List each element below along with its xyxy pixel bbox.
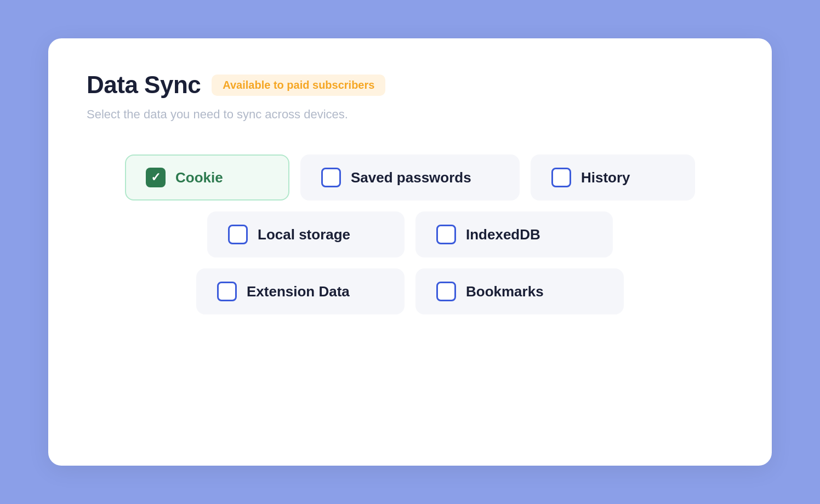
options-row-3: Extension Data Bookmarks xyxy=(87,268,733,314)
option-local-storage[interactable]: Local storage xyxy=(207,211,405,257)
checkbox-extension-data xyxy=(217,282,237,301)
option-cookie-label: Cookie xyxy=(175,169,223,186)
data-sync-card: Data Sync Available to paid subscribers … xyxy=(48,38,772,466)
options-row-1: ✓ Cookie Saved passwords History xyxy=(87,154,733,201)
option-extension-data-label: Extension Data xyxy=(247,283,350,300)
option-bookmarks[interactable]: Bookmarks xyxy=(415,268,624,314)
checkmark-icon: ✓ xyxy=(151,171,161,184)
checkbox-bookmarks xyxy=(436,282,456,301)
page-title: Data Sync xyxy=(87,71,201,99)
checkbox-indexeddb xyxy=(436,225,456,244)
option-local-storage-label: Local storage xyxy=(258,226,350,243)
option-bookmarks-label: Bookmarks xyxy=(466,283,544,300)
card-header: Data Sync Available to paid subscribers xyxy=(87,71,733,99)
option-indexeddb[interactable]: IndexedDB xyxy=(415,211,613,257)
option-extension-data[interactable]: Extension Data xyxy=(196,268,405,314)
option-saved-passwords-label: Saved passwords xyxy=(351,169,471,186)
subscription-badge: Available to paid subscribers xyxy=(212,75,385,96)
checkbox-history xyxy=(551,168,571,187)
option-history[interactable]: History xyxy=(531,154,695,201)
subtitle-text: Select the data you need to sync across … xyxy=(87,107,733,122)
checkbox-saved-passwords xyxy=(321,168,341,187)
options-row-2: Local storage IndexedDB xyxy=(87,211,733,257)
option-indexeddb-label: IndexedDB xyxy=(466,226,540,243)
checkbox-local-storage xyxy=(228,225,248,244)
option-cookie[interactable]: ✓ Cookie xyxy=(125,154,289,201)
checkbox-cookie-checked: ✓ xyxy=(146,168,166,187)
options-grid: ✓ Cookie Saved passwords History Local s… xyxy=(87,154,733,314)
option-saved-passwords[interactable]: Saved passwords xyxy=(300,154,520,201)
option-history-label: History xyxy=(581,169,630,186)
